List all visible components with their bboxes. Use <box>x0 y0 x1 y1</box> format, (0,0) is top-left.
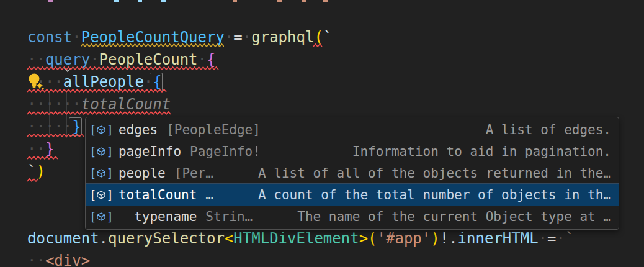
error-squiggle <box>27 111 172 115</box>
field-icon: [] <box>89 210 114 224</box>
suggest-item-label: people <box>119 166 166 181</box>
code-token: . <box>449 227 457 250</box>
code-token: · <box>539 227 547 250</box>
code-line-div-open-tag[interactable]: ··<div> <box>27 250 90 267</box>
code-token: const <box>27 26 72 48</box>
suggest-item-totalCount[interactable]: [] totalCount … A count of the total num… <box>86 184 619 206</box>
error-squiggle <box>27 178 40 182</box>
suggest-item-description: A count of the total number of objects i… <box>258 188 611 202</box>
suggest-item-edges[interactable]: [] edges [PeopleEdge] A list of edges. <box>86 119 619 140</box>
code-line-queryselector-line[interactable]: document.querySelector<HTMLDivElement>('… <box>27 227 574 250</box>
code-token: '#app' <box>377 227 431 250</box>
code-token: innerHTML <box>458 227 539 250</box>
code-token: . <box>99 227 108 250</box>
suggest-widget: [] edges [PeopleEdge] A list of edges. [… <box>85 117 619 230</box>
code-token: HTMLDivElement <box>233 227 359 250</box>
error-squiggle <box>27 134 84 137</box>
code-token: = <box>547 227 556 250</box>
suggest-item-type: PageInfo! <box>190 144 261 159</box>
code-token: ` <box>323 26 332 48</box>
fold-chevron-icon[interactable] <box>9 34 19 40</box>
field-icon: [] <box>89 166 114 180</box>
suggest-item-type: … <box>205 188 213 202</box>
suggest-item-__typename[interactable]: [] __typename Strin… The name of the cur… <box>86 206 619 227</box>
warning-squiggle <box>81 43 224 47</box>
suggest-item-type: [Per… <box>174 166 213 181</box>
code-token: graphql <box>251 26 314 48</box>
suggest-item-type: [PeopleEdge] <box>166 122 261 137</box>
code-token: ·· <box>27 250 45 267</box>
fold-chevron-icon[interactable] <box>9 235 19 242</box>
lightbulb-sparkle-icon[interactable] <box>26 72 46 92</box>
suggest-item-description: A list of edges. <box>486 122 611 137</box>
code-token: · <box>72 26 81 48</box>
code-token: · <box>225 26 233 48</box>
suggest-item-label: pageInfo <box>119 144 181 159</box>
code-token: > <box>359 227 368 250</box>
suggest-item-type: Strin… <box>205 209 253 224</box>
code-token: ( <box>368 227 377 250</box>
suggest-item-description: A list of all of the objects returned in… <box>258 166 611 181</box>
code-token: · <box>557 227 565 250</box>
error-squiggle <box>313 43 323 47</box>
code-token: · <box>243 26 251 48</box>
code-editor: const·PeopleCountQuery·=·graphql(`··quer… <box>0 0 644 267</box>
suggest-item-label: __typename <box>119 209 197 224</box>
code-token: ! <box>440 227 449 250</box>
code-token: ) <box>431 227 439 250</box>
code-token: querySelector <box>108 227 225 250</box>
suggest-item-description: Information to aid in pagination. <box>352 144 611 159</box>
suggest-item-label: totalCount <box>119 188 197 202</box>
error-squiggle <box>27 66 220 70</box>
suggest-item-pageInfo[interactable]: [] pageInfo PageInfo! Information to aid… <box>86 140 619 162</box>
field-icon: [] <box>89 123 114 137</box>
code-token: = <box>233 26 242 48</box>
suggest-item-description: The name of the current Object type at … <box>297 209 611 224</box>
suggest-item-label: edges <box>119 122 158 137</box>
suggest-item-people[interactable]: [] people [Per… A list of all of the obj… <box>86 162 619 184</box>
code-token: < <box>225 227 233 250</box>
code-token: document <box>27 227 99 250</box>
error-squiggle <box>27 89 168 93</box>
error-squiggle <box>27 156 60 160</box>
code-token: ` <box>565 227 574 250</box>
field-icon: [] <box>89 145 114 158</box>
code-token: <div> <box>45 250 90 267</box>
field-icon: [] <box>89 188 114 202</box>
